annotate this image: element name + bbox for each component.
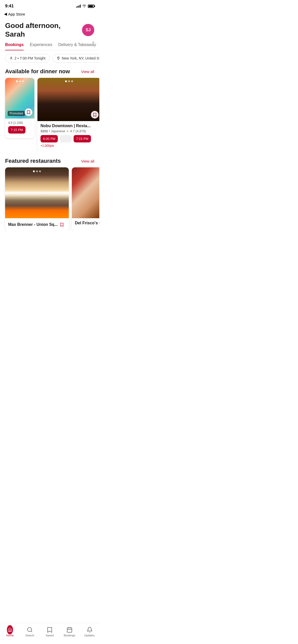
- featured-section: Featured restaurants View all Max Brenne…: [0, 156, 99, 231]
- restaurant-cards-scroll[interactable]: Promoted 4.5 (1,339) 7:15 PM: [0, 78, 99, 151]
- bookmark-btn-maxbrenner[interactable]: [58, 221, 66, 228]
- featured-card-maxbrenner[interactable]: Max Brenner - Union Sq...: [5, 167, 69, 231]
- status-icons: [76, 4, 94, 8]
- card-dots-promoted: [16, 80, 24, 82]
- filter-row: 2 • 7:00 PM Tonight New York, NY, United…: [0, 50, 99, 66]
- signal-icon: [76, 5, 81, 8]
- featured-cards-scroll[interactable]: Max Brenner - Union Sq... Del Frisco's G: [0, 167, 99, 231]
- person-icon: [9, 56, 13, 60]
- greeting-text: Good afternoon, Sarah: [5, 21, 82, 38]
- available-view-all[interactable]: View all: [81, 69, 94, 74]
- card-dots-maxbrenner: [33, 170, 41, 172]
- points-label-nobu: +1,000pts: [40, 144, 98, 148]
- featured-card-img-maxbrenner: [5, 167, 69, 218]
- svg-point-0: [11, 57, 12, 58]
- wifi-icon: [82, 4, 86, 8]
- card-name-nobu: Nobu Downtown | Resta...: [40, 124, 98, 128]
- bookmark-btn-nobu[interactable]: [91, 111, 99, 119]
- featured-card-delfrisco[interactable]: Del Frisco's G: [72, 167, 99, 231]
- time-btn-empty-nobu: [60, 135, 71, 142]
- card-times-nobu: 6:00 PM 7:15 PM: [40, 135, 98, 142]
- back-nav[interactable]: ◀ App Store: [0, 11, 99, 18]
- promoted-badge: Promoted: [8, 111, 25, 116]
- back-label: App Store: [8, 12, 25, 16]
- filter-location[interactable]: New York, NY, United States: [52, 54, 99, 63]
- tab-delivery-takeaway[interactable]: Delivery & Takeaway: [58, 42, 96, 50]
- available-section-header: Available for dinner now View all: [0, 66, 99, 78]
- time-btn-600-nobu[interactable]: 6:00 PM: [40, 135, 58, 142]
- time-btn-715-promoted[interactable]: 7:15 PM: [8, 126, 25, 134]
- card-image-nobu: [37, 78, 99, 121]
- card-dots-nobu: [65, 80, 73, 82]
- back-arrow-icon: ◀: [4, 12, 7, 16]
- featured-card-name-delfrisco: Del Frisco's G: [75, 221, 99, 225]
- tabs-bar: Bookings Experiences Delivery & Takeaway: [0, 42, 99, 50]
- avatar[interactable]: SJ: [82, 24, 94, 36]
- card-rating-promoted: 4.5 (1,339): [8, 121, 31, 125]
- status-time: 9:41: [5, 4, 14, 9]
- card-times-promoted: 7:15 PM: [8, 126, 31, 134]
- location-icon: [57, 56, 60, 60]
- restaurant-card-promoted[interactable]: Promoted 4.5 (1,339) 7:15 PM: [5, 78, 34, 151]
- tab-bookings[interactable]: Bookings: [5, 42, 24, 50]
- featured-section-header: Featured restaurants View all: [0, 156, 99, 167]
- available-section-title: Available for dinner now: [5, 68, 70, 75]
- bookmark-btn-promoted[interactable]: [25, 108, 32, 116]
- featured-card-img-delfrisco: [72, 167, 99, 218]
- tab-experiences[interactable]: Experiences: [30, 42, 52, 50]
- time-btn-715-nobu[interactable]: 7:15 PM: [74, 135, 91, 142]
- featured-card-name-maxbrenner: Max Brenner - Union Sq...: [8, 222, 58, 227]
- featured-card-footer-delfrisco: Del Frisco's G: [72, 218, 99, 228]
- svg-point-1: [58, 57, 59, 58]
- filter-guests-time[interactable]: 2 • 7:00 PM Tonight: [5, 54, 50, 63]
- restaurant-card-nobu[interactable]: Nobu Downtown | Resta... $$$$ • Japanese…: [37, 78, 99, 151]
- card-meta-nobu: $$$$ • Japanese ★ 4.7 (4,878): [40, 129, 98, 133]
- status-bar: 9:41: [0, 0, 99, 11]
- header: Good afternoon, Sarah SJ: [0, 18, 99, 40]
- battery-icon: [88, 5, 94, 8]
- featured-card-footer-maxbrenner: Max Brenner - Union Sq...: [5, 218, 69, 231]
- featured-view-all[interactable]: View all: [81, 159, 94, 163]
- featured-section-title: Featured restaurants: [5, 158, 61, 164]
